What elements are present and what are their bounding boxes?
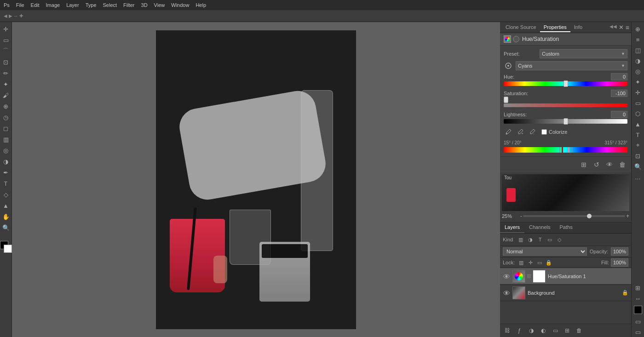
reset-button[interactable]: ↺ bbox=[592, 160, 602, 170]
spectrum-bar[interactable] bbox=[504, 147, 627, 153]
right-tool-bottom-2[interactable]: ↔ bbox=[633, 293, 643, 303]
lightness-slider-handle[interactable] bbox=[564, 118, 568, 125]
new-group-button[interactable]: ▭ bbox=[551, 326, 560, 335]
add-mask-button[interactable]: ◑ bbox=[527, 326, 536, 335]
layer-huesat[interactable]: ⛓ Hue/Saturation 1 bbox=[500, 268, 631, 285]
selection-tool[interactable]: ▭ bbox=[1, 35, 11, 45]
tab-channels[interactable]: Channels bbox=[524, 223, 555, 233]
move-tool[interactable]: ✛ bbox=[1, 24, 11, 34]
menu-file[interactable]: File bbox=[16, 2, 24, 8]
right-tool-7[interactable]: ✛ bbox=[633, 87, 643, 97]
new-layer-button[interactable]: ⊞ bbox=[563, 326, 572, 335]
menu-type[interactable]: Type bbox=[86, 2, 97, 8]
right-tool-12[interactable]: ⌖ bbox=[633, 140, 643, 150]
panel-expand-icon[interactable]: ◀◀ bbox=[610, 24, 617, 31]
layer-bg-visibility[interactable] bbox=[503, 289, 510, 297]
right-tool-3[interactable]: ◫ bbox=[633, 45, 643, 55]
tab-layers[interactable]: Layers bbox=[500, 223, 524, 233]
pixel-filter-icon[interactable]: ▥ bbox=[517, 235, 525, 244]
visibility-button[interactable]: 👁 bbox=[604, 160, 615, 170]
background-color[interactable] bbox=[4, 245, 12, 253]
crop-tool[interactable]: ⊡ bbox=[1, 57, 11, 67]
blend-mode-dropdown[interactable]: Normal bbox=[503, 247, 587, 256]
panel-menu-button[interactable]: ≡ bbox=[626, 24, 629, 31]
gradient-tool[interactable]: ▥ bbox=[1, 134, 11, 144]
channel-dropdown[interactable]: Cyans ▼ bbox=[516, 61, 627, 70]
lasso-tool[interactable]: ⌒ bbox=[1, 46, 11, 56]
fg-color-right[interactable] bbox=[634, 306, 642, 314]
new-adjustment-button[interactable]: ⊞ bbox=[579, 160, 589, 170]
right-tool-bottom-4[interactable]: ▭ bbox=[633, 327, 643, 337]
opacity-input[interactable] bbox=[611, 247, 628, 256]
fill-input[interactable] bbox=[611, 258, 628, 267]
eyedropper-button[interactable] bbox=[504, 127, 513, 137]
healing-tool[interactable]: ✦ bbox=[1, 79, 11, 89]
spectrum-container[interactable] bbox=[504, 147, 627, 153]
zoom-tool[interactable]: 🔍 bbox=[1, 223, 11, 233]
tab-properties[interactable]: Properties bbox=[540, 23, 570, 32]
target-icon[interactable] bbox=[504, 61, 513, 70]
dodge-tool[interactable]: ◑ bbox=[1, 156, 11, 166]
layer-huesat-visibility[interactable] bbox=[503, 273, 510, 280]
eyedropper-tool[interactable]: ✏ bbox=[1, 68, 11, 78]
eraser-tool[interactable]: ◻ bbox=[1, 123, 11, 133]
add-style-button[interactable]: ƒ bbox=[515, 326, 524, 335]
saturation-slider-handle[interactable] bbox=[504, 97, 508, 103]
lightness-value-input[interactable] bbox=[611, 111, 627, 118]
delete-button[interactable]: 🗑 bbox=[617, 160, 627, 170]
right-tool-9[interactable]: ⬡ bbox=[633, 109, 643, 119]
adjustment-filter-icon[interactable]: ◑ bbox=[526, 235, 535, 244]
lock-all-icon[interactable]: 🔒 bbox=[545, 259, 552, 266]
type-tool[interactable]: T bbox=[1, 178, 11, 188]
eyedropper-add-button[interactable]: + bbox=[516, 127, 525, 137]
smart-filter-icon[interactable]: ◇ bbox=[555, 235, 564, 244]
zoom-slider[interactable] bbox=[523, 215, 625, 217]
right-tool-15[interactable]: … bbox=[633, 172, 643, 182]
menu-filter[interactable]: Filter bbox=[123, 2, 134, 8]
menu-image[interactable]: Image bbox=[46, 2, 60, 8]
tab-info[interactable]: Info bbox=[570, 23, 586, 32]
lock-position-icon[interactable]: ✛ bbox=[527, 259, 534, 266]
eyedropper-subtract-button[interactable]: - bbox=[528, 127, 537, 137]
shape-tool[interactable]: ▲ bbox=[1, 200, 11, 211]
right-tool-1[interactable]: ⊕ bbox=[633, 24, 643, 34]
menu-window[interactable]: Window bbox=[171, 2, 189, 8]
menu-layer[interactable]: Layer bbox=[66, 2, 79, 8]
zoom-plus-icon[interactable]: + bbox=[626, 213, 629, 219]
right-tool-5[interactable]: ◎ bbox=[633, 66, 643, 76]
hand-tool[interactable]: ✋ bbox=[1, 211, 11, 222]
path-tool[interactable]: ◇ bbox=[1, 189, 11, 200]
brush-tool[interactable]: 🖌 bbox=[1, 90, 11, 100]
color-picker[interactable] bbox=[0, 241, 12, 253]
menu-ps[interactable]: Ps bbox=[4, 2, 10, 8]
layer-background[interactable]: Background 🔒 bbox=[500, 285, 631, 301]
history-tool[interactable]: ◷ bbox=[1, 112, 11, 122]
preset-dropdown[interactable]: Custom ▼ bbox=[540, 49, 627, 58]
saturation-slider-track[interactable] bbox=[504, 103, 627, 107]
panel-close-button[interactable]: ✕ bbox=[619, 24, 624, 31]
shape-filter-icon[interactable]: ▭ bbox=[546, 235, 554, 244]
menu-edit[interactable]: Edit bbox=[31, 2, 40, 8]
zoom-minus-icon[interactable]: - bbox=[520, 213, 522, 219]
right-tool-11[interactable]: T bbox=[633, 130, 643, 140]
hue-slider-handle[interactable] bbox=[564, 80, 568, 87]
right-tool-bottom-3[interactable]: ▭ bbox=[633, 316, 643, 326]
new-adjustment-layer-button[interactable]: ◐ bbox=[539, 326, 548, 335]
right-tool-bottom-1[interactable]: ⊞ bbox=[633, 283, 643, 293]
lock-pixels-icon[interactable]: ▥ bbox=[518, 259, 525, 266]
menu-select[interactable]: Select bbox=[103, 2, 117, 8]
right-tool-6[interactable]: ✦ bbox=[633, 77, 643, 87]
hue-value-input[interactable] bbox=[611, 73, 627, 80]
blur-tool[interactable]: ◎ bbox=[1, 145, 11, 155]
menu-view[interactable]: View bbox=[154, 2, 165, 8]
menu-3d[interactable]: 3D bbox=[141, 2, 148, 8]
tab-paths[interactable]: Paths bbox=[555, 223, 577, 233]
tab-clone-source[interactable]: Clone Source bbox=[502, 23, 540, 32]
right-tool-8[interactable]: ▭ bbox=[633, 98, 643, 108]
link-layers-button[interactable]: ⛓ bbox=[503, 326, 512, 335]
right-tool-13[interactable]: ⊡ bbox=[633, 151, 643, 161]
delete-layer-button[interactable]: 🗑 bbox=[575, 326, 584, 335]
right-tool-10[interactable]: ▲ bbox=[633, 119, 643, 129]
colorize-checkbox[interactable] bbox=[541, 129, 547, 135]
right-tool-14[interactable]: 🔍 bbox=[633, 161, 643, 171]
